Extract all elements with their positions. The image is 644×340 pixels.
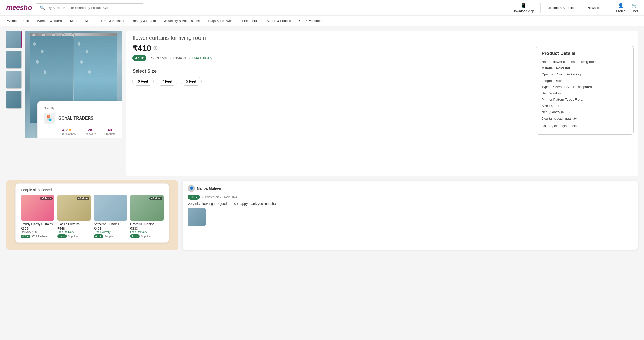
product-panel: flower curtains for living room ₹410 ⓘ 4… xyxy=(126,31,638,176)
download-app-link[interactable]: 📱 Download App xyxy=(513,3,534,13)
main-content: Sold By 🏪 GOYAL TRADERS View Shop 4.2 ★ … xyxy=(0,26,644,180)
thumbnail-2[interactable] xyxy=(6,51,22,69)
card-delivery-4: Free Delivery xyxy=(130,230,164,234)
card-delivery-3: Free Delivery xyxy=(94,230,127,234)
search-input[interactable] xyxy=(47,6,140,10)
size-6feet[interactable]: 6 Feet xyxy=(132,77,154,86)
card-image-4: +6 More xyxy=(130,195,164,221)
nav-item-jewellery[interactable]: Jewellery & Accessories xyxy=(163,16,201,26)
card-supplier-2: Supplier xyxy=(68,235,78,238)
card-name-4: Graceful Curtains xyxy=(130,222,164,226)
nav-item-beauty-health[interactable]: Beauty & Health xyxy=(131,16,157,26)
nav-item-sports[interactable]: Sports & Fitness xyxy=(266,16,292,26)
also-viewed-panel: People also viewed +5 More Trendy Classy… xyxy=(15,183,169,243)
star-icon: ★ xyxy=(69,128,72,132)
profile-link[interactable]: 👤 Profile xyxy=(616,3,626,13)
card-name-1: Trendy Classy Curtains xyxy=(21,222,54,226)
review-text: Very nice looking too good iam so happy … xyxy=(188,202,632,206)
pd-size: Size : 5Feet xyxy=(542,103,628,109)
product-title: flower curtains for living room xyxy=(132,35,632,41)
card-price-2: ₹548 xyxy=(57,227,91,230)
seller-stats: 4.2 ★ 1,906 Ratings 28 Followers 49 Prod… xyxy=(58,128,122,135)
more-badge-4: +6 More xyxy=(149,197,162,200)
nav-item-bags[interactable]: Bags & Footwear xyxy=(207,16,235,26)
reviewer-name: Najiba Muheen xyxy=(197,186,222,190)
card-rating-3: 4.1★ xyxy=(94,234,103,238)
thumbnail-1[interactable] xyxy=(6,31,22,48)
nav-item-electronics[interactable]: Electronics xyxy=(241,16,259,26)
cart-icon: 🛒 xyxy=(632,3,638,8)
card-image-2: +3 More xyxy=(57,195,91,221)
cart-label: Cart xyxy=(631,9,638,13)
size-7feet[interactable]: 7 Feet xyxy=(157,77,178,86)
pd-pattern: Print or Pattern Type : Floral xyxy=(542,97,628,102)
card-price-1: ₹309 xyxy=(21,227,54,230)
bottom-section: People also viewed +5 More Trendy Classy… xyxy=(0,180,644,254)
also-viewed-card-3[interactable]: Attractive Curtains ₹402 Free Delivery 4… xyxy=(94,195,127,238)
card-supplier-3: Supplier xyxy=(104,235,115,238)
card-rating-row-4: 4.0★ Supplier xyxy=(130,234,164,238)
card-price-4: ₹333 xyxy=(130,227,164,230)
header: meesho 🔍 📱 Download App Become a Supplie… xyxy=(0,0,644,16)
pd-net-qty: Net Quantity (N) : 2 xyxy=(542,110,628,115)
nav-item-car[interactable]: Car & Motorbike xyxy=(298,16,324,26)
card-rating-row-2: 3.7★ Supplier xyxy=(57,234,91,238)
become-supplier-link[interactable]: Become a Supplier xyxy=(547,6,575,10)
thumbnail-4[interactable] xyxy=(6,91,22,109)
nav-item-men[interactable]: Men xyxy=(69,16,78,26)
also-viewed-card-2[interactable]: +3 More Classic Curtains ₹548 Free Deliv… xyxy=(57,195,91,238)
seller-followers-label: Followers xyxy=(84,132,96,135)
review-rating-score: 5.0 xyxy=(190,195,194,199)
nav-item-kids[interactable]: Kids xyxy=(84,16,92,26)
nav-item-women-ethnic[interactable]: Women Ethnic xyxy=(6,16,30,26)
divider-2 xyxy=(581,3,581,13)
price-info-icon[interactable]: ⓘ xyxy=(153,46,157,51)
newsroom-link[interactable]: Newsroom xyxy=(587,6,603,10)
review-image xyxy=(188,208,206,226)
pd-origin: Country of Origin : India xyxy=(542,123,628,129)
also-viewed-grid: +5 More Trendy Classy Curtains ₹309 Deli… xyxy=(21,195,164,238)
seller-products-stat: 49 Products xyxy=(104,128,115,135)
reviewer-row: 👤 Najiba Muheen xyxy=(188,185,632,192)
rating-badge: 4.4 ★ xyxy=(132,55,146,61)
search-icon: 🔍 xyxy=(40,5,45,10)
thumbnail-3[interactable] xyxy=(6,71,22,89)
size-5feet[interactable]: 5 Feet xyxy=(181,77,202,86)
product-details-box: Product Details Name : flower curtains f… xyxy=(536,46,634,135)
nav-item-women-western[interactable]: Women Western xyxy=(36,16,63,26)
seller-followers-value: 28 xyxy=(88,128,92,132)
also-viewed-card-1[interactable]: +5 More Trendy Classy Curtains ₹309 Deli… xyxy=(21,195,54,238)
rating-score: 4.4 xyxy=(135,56,140,60)
profile-label: Profile xyxy=(616,9,626,13)
also-viewed-card-4[interactable]: +6 More Graceful Curtains ₹333 Free Deli… xyxy=(130,195,164,238)
card-image-3 xyxy=(94,195,127,221)
card-supplier-4: Supplier xyxy=(141,235,151,238)
search-bar[interactable]: 🔍 xyxy=(36,3,144,12)
cart-link[interactable]: 🛒 Cart xyxy=(631,3,638,13)
seller-popup: Sold By 🏪 GOYAL TRADERS View Shop 4.2 ★ … xyxy=(37,101,122,138)
newsroom-label: Newsroom xyxy=(587,6,603,10)
phone-icon: 📱 xyxy=(520,3,526,8)
seller-name: GOYAL TRADERS xyxy=(58,116,122,121)
card-price-3: ₹402 xyxy=(94,227,127,230)
more-badge-1: +5 More xyxy=(40,197,53,200)
product-images: Sold By 🏪 GOYAL TRADERS View Shop 4.2 ★ … xyxy=(6,31,122,138)
logo: meesho xyxy=(6,4,32,12)
seller-rating-value: 4.2 ★ xyxy=(62,128,72,132)
card-delivery-2: Free Delivery xyxy=(57,230,91,234)
card-name-3: Attractive Curtains xyxy=(94,222,127,226)
free-delivery-badge: Free Delivery xyxy=(192,56,212,60)
card-reviews-1: 3326 Reviews xyxy=(31,235,48,238)
pd-type: Type : Polyester Semi Transparent xyxy=(542,84,628,90)
seller-followers-stat: 28 Followers xyxy=(84,128,96,135)
review-rating: 5.0 ★ xyxy=(188,195,200,200)
sold-by-label: Sold By xyxy=(44,106,122,110)
seller-ratings-label: 1,906 Ratings xyxy=(58,132,76,135)
card-rating-1: 4.2★ xyxy=(21,235,30,238)
main-product-image: Sold By 🏪 GOYAL TRADERS View Shop 4.2 ★ … xyxy=(25,31,122,138)
card-delivery-1: Delivery ₹88 xyxy=(21,230,54,234)
divider-1 xyxy=(540,3,541,13)
card-name-2: Classic Curtains xyxy=(57,222,91,226)
nav-item-home-kitchen[interactable]: Home & Kitchen xyxy=(98,16,125,26)
pd-title: Product Details xyxy=(542,51,628,56)
